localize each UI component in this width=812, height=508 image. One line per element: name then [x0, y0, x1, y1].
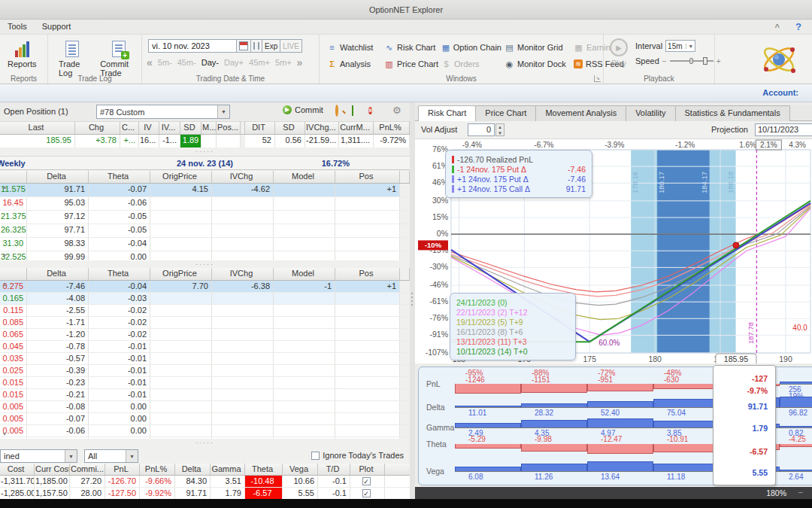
column-header[interactable]: Curr Cost [35, 464, 70, 475]
scroll-track[interactable] [400, 365, 410, 376]
trading-date-input[interactable]: vi. 10 nov. 2023 [148, 39, 237, 53]
scroll-down-icon[interactable]: ▼ [0, 431, 9, 437]
table-row[interactable]: 185.95+3.78+...16...-1...1.89520.56-21.5… [0, 135, 410, 148]
column-header[interactable] [0, 268, 27, 280]
export-icon[interactable] [352, 106, 353, 115]
tab-statistics-fundamentals[interactable]: Statistics & Fundamentals [675, 105, 790, 121]
scroll-track[interactable] [400, 238, 410, 251]
table-row[interactable]: 0.035-0.57-0.01 [0, 353, 410, 365]
scroll-track[interactable] [400, 281, 410, 292]
column-header[interactable]: DIT [245, 122, 275, 134]
table-row[interactable]: 31.3098.33-0.04 [0, 238, 410, 251]
column-header[interactable] [0, 171, 27, 183]
live-button[interactable]: LIVE [280, 39, 302, 53]
scroll-down-icon[interactable]: ▼ [0, 253, 9, 258]
table-row[interactable]: 0.005-0.060.00 [0, 425, 410, 437]
column-header[interactable]: PnL% [140, 464, 175, 475]
table-row[interactable]: -1,311.701,185.0027.20-126.70-9.66%84.30… [0, 476, 410, 488]
column-header[interactable]: Theta [245, 464, 283, 475]
close-position-icon[interactable]: × [368, 105, 372, 116]
column-header[interactable]: SD [275, 122, 305, 134]
column-header[interactable]: OrigPrice [150, 268, 212, 280]
time-step-Day+[interactable]: Day+ [224, 58, 244, 67]
help-icon[interactable]: ? [795, 21, 801, 32]
time-step-5m-[interactable]: 5m- [158, 58, 172, 67]
menu-item-tools[interactable]: Tools [0, 20, 35, 33]
scroll-track[interactable] [400, 389, 410, 400]
tab-price-chart[interactable]: Price Chart [475, 105, 536, 121]
speed-minus-icon[interactable]: − [662, 57, 667, 65]
column-header[interactable]: C... [120, 122, 139, 134]
exp-button[interactable]: Exp [262, 39, 280, 53]
column-header[interactable]: Delta [175, 464, 211, 475]
horizontal-splitter[interactable]: ····· [0, 148, 410, 156]
table-row[interactable]: 0.005-0.070.00 [0, 413, 410, 425]
reports-button[interactable]: Reports [3, 38, 41, 68]
table-row[interactable]: 0.065-1.20-0.02 [0, 329, 410, 341]
table-row[interactable]: 0.275-7.46-0.047.70-6.38-1+1 [0, 281, 410, 293]
windows-button-orders[interactable]: $Orders [441, 56, 501, 72]
table-row[interactable]: 26.32597.71-0.05 [0, 224, 410, 238]
column-header[interactable]: Model [274, 171, 335, 183]
plot-checkbox[interactable]: ✓ [362, 477, 371, 485]
column-header[interactable]: Plot [350, 464, 385, 475]
scroll-up-icon[interactable]: ▲ [0, 281, 9, 287]
tab-movement-analysis[interactable]: Movement Analysis [535, 105, 626, 121]
column-header[interactable]: CurrM... [339, 122, 374, 134]
table-row[interactable]: 0.045-0.78-0.01 [0, 341, 410, 353]
column-header[interactable]: Delta [27, 268, 89, 280]
column-header[interactable]: IV... [159, 122, 180, 134]
scroll-track[interactable] [400, 413, 410, 424]
scroll-track[interactable] [400, 329, 410, 340]
table-row[interactable]: 0.165-4.08-0.03 [0, 293, 410, 305]
scroll-track[interactable] [400, 184, 410, 196]
windows-button-watchlist[interactable]: ≡Watchlist [327, 39, 381, 56]
column-header[interactable]: Vega [283, 464, 318, 475]
time-button[interactable] [251, 39, 262, 53]
windows-button-risk-chart[interactable]: ∿Risk Chart [384, 39, 438, 56]
tab-volatility[interactable]: Volatility [626, 105, 675, 121]
trade-log-button[interactable]: Trade Log [54, 38, 89, 78]
expiration-group-row[interactable]: Weekly 24 nov. 23 (14) 16.72% [0, 156, 410, 170]
trade-group-select[interactable]: ined ▼ [0, 449, 77, 463]
scroll-track[interactable] [400, 305, 410, 316]
calendar-button[interactable] [237, 39, 251, 53]
scroll-track[interactable] [400, 211, 410, 224]
commit-trade-button[interactable]: + Commit Trade [95, 38, 141, 78]
table-row[interactable]: 16.4595.03-0.06 [0, 197, 410, 211]
column-header[interactable]: Cost [0, 464, 35, 475]
time-step-5m+[interactable]: 5m+ [275, 58, 292, 67]
step-forward-icon[interactable]: » [297, 56, 303, 68]
trade-filter-select[interactable]: All ▼ [84, 449, 138, 463]
scroll-track[interactable] [400, 377, 410, 388]
table-row[interactable]: 0.115-2.55-0.02 [0, 305, 410, 317]
windows-button-price-chart[interactable]: ▥Price Chart [384, 56, 438, 72]
column-header[interactable]: Theta [89, 171, 150, 183]
projection-date-input[interactable]: 10/11/2023 [755, 123, 812, 136]
menu-item-support[interactable]: Support [35, 20, 79, 33]
windows-button-option-chain[interactable]: ▦Option Chain [441, 39, 501, 56]
tab-risk-chart[interactable]: Risk Chart [418, 105, 476, 121]
position-preset-select[interactable]: #78 Custom ▼ [96, 105, 230, 119]
risk-chart[interactable]: 178.16180.17184.17186.18187.7876%61%46%3… [415, 139, 812, 364]
gear-icon[interactable]: ⚙ [392, 105, 401, 115]
column-header[interactable]: OrigPrice [150, 171, 212, 183]
scroll-track[interactable] [400, 401, 410, 412]
step-back-icon[interactable]: « [147, 56, 153, 68]
column-header[interactable]: Commi... [70, 464, 105, 475]
windows-button-monitor-dock[interactable]: ◉Monitor Dock [504, 56, 571, 72]
collapse-ribbon-icon[interactable]: ^ [775, 23, 780, 32]
table-row[interactable]: 11.57591.71-0.074.15-4.62+1 [0, 184, 410, 197]
scroll-track[interactable] [400, 293, 410, 304]
column-header[interactable]: Pos [335, 171, 400, 183]
column-header[interactable]: Delta [27, 171, 89, 183]
table-row[interactable]: 0.005-0.080.00 [0, 401, 410, 413]
scroll-track[interactable] [400, 425, 410, 437]
vol-adjust-input[interactable]: 0 [468, 123, 495, 136]
column-header[interactable]: Pos... [217, 122, 241, 134]
scroll-track[interactable] [400, 197, 410, 210]
windows-button-analysis[interactable]: ΣAnalysis [327, 56, 381, 72]
time-step-45m+[interactable]: 45m+ [249, 58, 270, 67]
scroll-track[interactable] [400, 353, 410, 364]
table-row[interactable]: 21.37597.12-0.05 [0, 211, 410, 224]
